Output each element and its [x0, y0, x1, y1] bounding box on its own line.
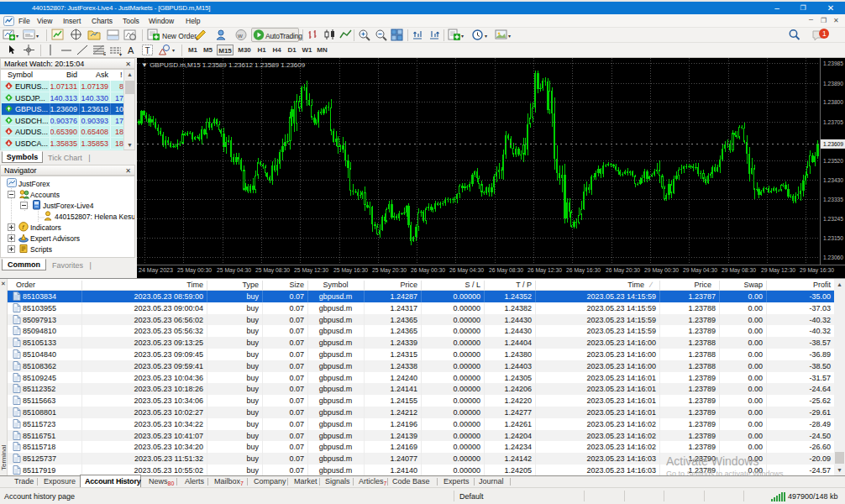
- svg-text:w: w: [237, 32, 243, 39]
- svg-text:1.23890: 1.23890: [823, 80, 843, 87]
- svg-text:29 May 00:30: 29 May 00:30: [644, 266, 679, 274]
- svg-text:1.23520: 1.23520: [823, 157, 843, 165]
- svg-text:▼ GBPUSD.m,M15 1.23589 1.2361: ▼ GBPUSD.m,M15 1.23589 1.23612 1.23589 1…: [141, 61, 306, 69]
- svg-text:1.23335: 1.23335: [823, 196, 843, 203]
- svg-text:1.23430: 1.23430: [823, 176, 843, 184]
- svg-text:26 May 04:30: 26 May 04:30: [449, 266, 484, 274]
- svg-text:Terminal: Terminal: [0, 445, 8, 470]
- svg-text:26 May 12:30: 26 May 12:30: [527, 266, 562, 274]
- svg-text:1.23609: 1.23609: [823, 140, 843, 148]
- svg-text:24 May 2023: 24 May 2023: [139, 266, 173, 274]
- svg-text:1.23150: 1.23150: [823, 234, 843, 242]
- svg-text:29 May 12:30: 29 May 12:30: [761, 266, 795, 274]
- svg-text:29 May 16:30: 29 May 16:30: [800, 266, 834, 274]
- svg-text:25 May 08:30: 25 May 08:30: [255, 266, 290, 274]
- svg-text:▾: ▾: [119, 52, 122, 56]
- svg-text:1.23245: 1.23245: [823, 215, 843, 223]
- svg-text:25 May 20:30: 25 May 20:30: [372, 266, 407, 274]
- svg-text:25 May 04:30: 25 May 04:30: [217, 266, 251, 274]
- svg-text:1: 1: [822, 29, 827, 38]
- svg-text:25 May 00:30: 25 May 00:30: [177, 266, 212, 274]
- svg-text:25 May 12:30: 25 May 12:30: [294, 266, 328, 274]
- svg-text:29 May 04:30: 29 May 04:30: [683, 266, 717, 274]
- svg-text:1.23985: 1.23985: [823, 60, 843, 67]
- svg-text:26 May 16:30: 26 May 16:30: [566, 266, 601, 274]
- svg-text:26 May 08:30: 26 May 08:30: [489, 266, 523, 274]
- svg-text:1.23800: 1.23800: [823, 98, 843, 106]
- svg-text:A: A: [128, 45, 134, 55]
- svg-text:29 May 08:30: 29 May 08:30: [722, 266, 756, 274]
- svg-text:T: T: [145, 46, 150, 55]
- svg-text:E: E: [103, 51, 106, 56]
- svg-text:1.23705: 1.23705: [823, 118, 843, 126]
- svg-text:1.23060: 1.23060: [823, 254, 843, 261]
- svg-text:25 May 16:30: 25 May 16:30: [333, 266, 368, 274]
- svg-text:26 May 20:30: 26 May 20:30: [606, 266, 640, 274]
- svg-text:26 May 00:30: 26 May 00:30: [411, 266, 445, 274]
